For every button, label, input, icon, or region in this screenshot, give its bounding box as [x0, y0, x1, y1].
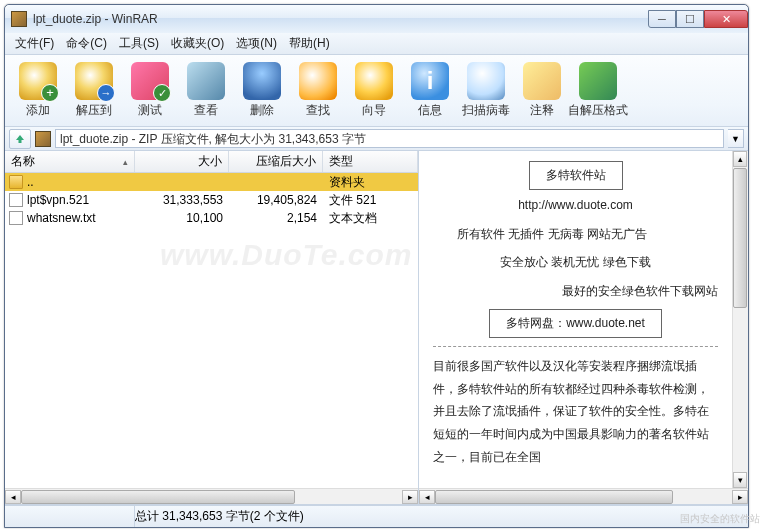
test-icon — [131, 62, 169, 100]
info-button[interactable]: i信息 — [403, 60, 457, 122]
extract-button[interactable]: 解压到 — [67, 60, 121, 122]
wizard-button[interactable]: 向导 — [347, 60, 401, 122]
preview-line-1: 所有软件 无插件 无病毒 网站无广告 — [433, 223, 718, 246]
list-header: 名称▴ 大小 压缩后大小 类型 — [5, 151, 418, 173]
wizard-icon — [355, 62, 393, 100]
find-icon — [299, 62, 337, 100]
menu-favorites[interactable]: 收藏夹(O) — [165, 33, 230, 54]
info-icon: i — [411, 62, 449, 100]
comment-button[interactable]: 注释 — [515, 60, 569, 122]
menu-file[interactable]: 文件(F) — [9, 33, 60, 54]
menu-commands[interactable]: 命令(C) — [60, 33, 113, 54]
preview-line-2: 安全放心 装机无忧 绿色下载 — [433, 251, 718, 274]
titlebar[interactable]: lpt_duote.zip - WinRAR ─ ☐ ✕ — [5, 5, 748, 33]
scroll-right-icon[interactable]: ▸ — [732, 490, 748, 504]
path-text[interactable]: lpt_duote.zip - ZIP 压缩文件, 解包大小为 31,343,6… — [55, 129, 724, 148]
view-button[interactable]: 查看 — [179, 60, 233, 122]
menu-help[interactable]: 帮助(H) — [283, 33, 336, 54]
scroll-thumb[interactable] — [733, 168, 747, 308]
separator — [433, 346, 718, 347]
sfx-button[interactable]: 自解压格式 — [571, 60, 625, 122]
file-icon — [9, 193, 23, 207]
maximize-button[interactable]: ☐ — [676, 10, 704, 28]
delete-icon — [243, 62, 281, 100]
extract-icon — [75, 62, 113, 100]
path-bar: lpt_duote.zip - ZIP 压缩文件, 解包大小为 31,343,6… — [5, 127, 748, 151]
site-url: http://www.duote.com — [433, 194, 718, 217]
file-list-pane: 名称▴ 大小 压缩后大小 类型 ..资料夹lpt$vpn.52131,333,5… — [5, 151, 419, 504]
close-button[interactable]: ✕ — [704, 10, 748, 28]
col-name[interactable]: 名称▴ — [5, 151, 135, 172]
scroll-down-icon[interactable]: ▾ — [733, 472, 747, 488]
scroll-up-icon[interactable]: ▴ — [733, 151, 747, 167]
scroll-right-icon[interactable]: ▸ — [402, 490, 418, 504]
scroll-left-icon[interactable]: ◂ — [5, 490, 21, 504]
preview-pane: 多特软件站 http://www.duote.com 所有软件 无插件 无病毒 … — [419, 151, 748, 504]
col-type[interactable]: 类型 — [323, 151, 418, 172]
find-button[interactable]: 查找 — [291, 60, 345, 122]
delete-button[interactable]: 删除 — [235, 60, 289, 122]
h-scrollbar-right[interactable]: ◂ ▸ — [419, 488, 748, 504]
preview-paragraph: 目前很多国产软件以及汉化等安装程序捆绑流氓插件，多特软件站的所有软都经过四种杀毒… — [433, 355, 718, 469]
add-button[interactable]: 添加 — [11, 60, 65, 122]
comment-icon — [523, 62, 561, 100]
sort-indicator-icon: ▴ — [123, 157, 128, 167]
sfx-icon — [579, 62, 617, 100]
preview-content: 多特软件站 http://www.duote.com 所有软件 无插件 无病毒 … — [419, 151, 748, 488]
window-title: lpt_duote.zip - WinRAR — [33, 12, 648, 26]
up-button[interactable] — [9, 129, 31, 149]
h-scrollbar-left[interactable]: ◂ ▸ — [5, 488, 418, 504]
menu-tools[interactable]: 工具(S) — [113, 33, 165, 54]
v-scrollbar-right[interactable]: ▴ ▾ — [732, 151, 748, 488]
table-row[interactable]: whatsnew.txt10,1002,154文本文档 — [5, 209, 418, 227]
app-icon — [11, 11, 27, 27]
col-size[interactable]: 大小 — [135, 151, 229, 172]
table-row[interactable]: lpt$vpn.52131,333,55319,405,824文件 521 — [5, 191, 418, 209]
add-icon — [19, 62, 57, 100]
test-button[interactable]: 测试 — [123, 60, 177, 122]
file-list[interactable]: ..资料夹lpt$vpn.52131,333,55319,405,824文件 5… — [5, 173, 418, 488]
netdisk-box: 多特网盘：www.duote.net — [489, 309, 662, 338]
status-left — [5, 506, 135, 527]
menu-options[interactable]: 选项(N) — [230, 33, 283, 54]
table-row[interactable]: ..资料夹 — [5, 173, 418, 191]
col-compressed[interactable]: 压缩后大小 — [229, 151, 323, 172]
menubar: 文件(F) 命令(C) 工具(S) 收藏夹(O) 选项(N) 帮助(H) — [5, 33, 748, 55]
path-dropdown[interactable]: ▼ — [728, 129, 744, 148]
archive-icon — [35, 131, 51, 147]
virus-scan-button[interactable]: 扫描病毒 — [459, 60, 513, 122]
site-name-box: 多特软件站 — [529, 161, 623, 190]
status-text: 总计 31,343,653 字节(2 个文件) — [135, 508, 304, 525]
scroll-left-icon[interactable]: ◂ — [419, 490, 435, 504]
toolbar: 添加 解压到 测试 查看 删除 查找 向导 i信息 扫描病毒 注释 自解压格式 — [5, 55, 748, 127]
virus-icon — [467, 62, 505, 100]
file-icon — [9, 211, 23, 225]
preview-line-3: 最好的安全绿色软件下载网站 — [433, 280, 718, 303]
view-icon — [187, 62, 225, 100]
minimize-button[interactable]: ─ — [648, 10, 676, 28]
file-icon — [9, 175, 23, 189]
status-bar: 总计 31,343,653 字节(2 个文件) — [5, 505, 748, 527]
